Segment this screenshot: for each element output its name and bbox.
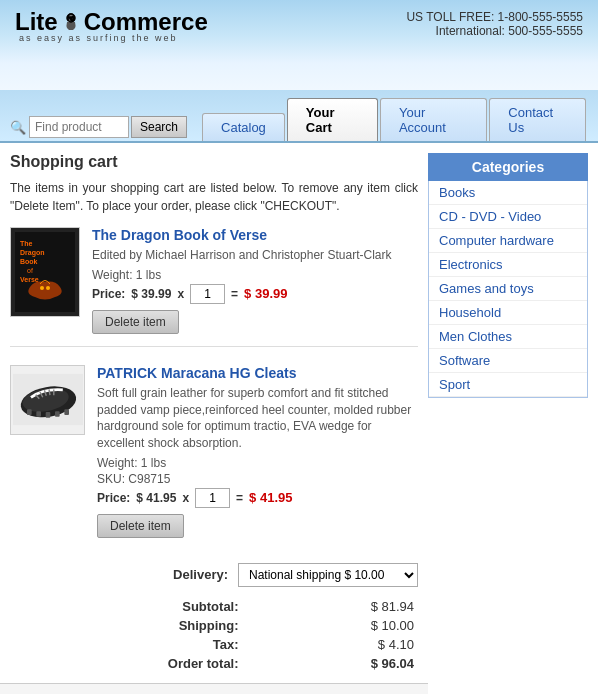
totals-table: Subtotal: $ 81.94 Shipping: $ 10.00 Tax:… [10, 597, 418, 673]
item-weight-1: Weight: 1 lbs [92, 268, 418, 282]
item-price-row-2: Price: $ 41.95 x = $ 41.95 [97, 488, 418, 508]
unit-price-2: $ 41.95 [136, 491, 176, 505]
categories-list: Books CD - DVD - Video Computer hardware… [428, 181, 588, 398]
equals-symbol-2: = [236, 491, 243, 505]
main-container: Shopping cart The items in your shopping… [0, 143, 598, 694]
svg-point-9 [40, 286, 44, 290]
item-sku-2: SKU: C98715 [97, 472, 418, 486]
sidebar-item-household[interactable]: Household [429, 301, 587, 325]
tax-val: $ 4.10 [247, 635, 418, 654]
item-details-1: The Dragon Book of Verse Edited by Micha… [92, 227, 418, 334]
tax-label: Tax: [10, 635, 247, 654]
svg-point-10 [46, 286, 50, 290]
svg-rect-16 [45, 412, 50, 418]
item-title-1: The Dragon Book of Verse [92, 227, 418, 243]
tab-catalog[interactable]: Catalog [202, 113, 285, 141]
equals-symbol-1: = [231, 287, 238, 301]
sidebar-item-electronics[interactable]: Electronics [429, 253, 587, 277]
search-icon: 🔍 [10, 120, 26, 135]
cart-title: Shopping cart [10, 153, 418, 171]
tab-contact-us[interactable]: Contact Us [489, 98, 586, 141]
cleats-svg [13, 372, 83, 427]
cart-item-2: PATRICK Maracana HG Cleats Soft full gra… [10, 365, 418, 538]
shipping-val: $ 10.00 [247, 616, 418, 635]
shipping-row: Shipping: $ 10.00 [10, 616, 418, 635]
book-cover-svg: The Dragon Book of Verse [15, 232, 75, 312]
delivery-select[interactable]: National shipping $ 10.00 [238, 563, 418, 587]
subtotal-label: Subtotal: [10, 597, 247, 616]
item-details-2: PATRICK Maracana HG Cleats Soft full gra… [97, 365, 418, 538]
item-weight-2: Weight: 1 lbs [97, 456, 418, 470]
tab-your-account[interactable]: Your Account [380, 98, 487, 141]
sidebar-item-software[interactable]: Software [429, 349, 587, 373]
search-button[interactable]: Search [131, 116, 187, 138]
sidebar-item-books[interactable]: Books [429, 181, 587, 205]
svg-text:of: of [27, 267, 33, 274]
logo-tagline: as easy as surfing the web [19, 34, 208, 43]
unit-price-1: $ 39.99 [131, 287, 171, 301]
delivery-section: Delivery: National shipping $ 10.00 Subt… [10, 553, 418, 673]
svg-rect-17 [55, 411, 60, 417]
delivery-label: Delivery: [173, 567, 228, 582]
sidebar-item-computer-hardware[interactable]: Computer hardware [429, 229, 587, 253]
sidebar-item-men-clothes[interactable]: Men Clothes [429, 325, 587, 349]
sidebar-item-sport[interactable]: Sport [429, 373, 587, 397]
phone-intl: International: 500-555-5555 [406, 24, 583, 38]
item-price-row-1: Price: $ 39.99 x = $ 39.99 [92, 284, 418, 304]
svg-text:Book: Book [20, 258, 38, 265]
search-area: 🔍 Search [10, 116, 187, 138]
delete-item-1[interactable]: Delete item [92, 310, 179, 334]
item-desc-1: Edited by Michael Harrison and Christoph… [92, 247, 418, 264]
delete-item-2[interactable]: Delete item [97, 514, 184, 538]
svg-text:The: The [20, 240, 33, 247]
order-total-val: $ 96.04 [247, 654, 418, 673]
header: Lite ☜ Commerce as easy as surfing the w… [0, 0, 598, 90]
quantity-input-2[interactable] [195, 488, 230, 508]
svg-text:Dragon: Dragon [20, 249, 45, 257]
order-total-label: Order total: [10, 654, 247, 673]
svg-text:Verse: Verse [20, 276, 39, 283]
subtotal-row: Subtotal: $ 81.94 [10, 597, 418, 616]
item-title-2: PATRICK Maracana HG Cleats [97, 365, 418, 381]
shipping-label: Shipping: [10, 616, 247, 635]
sidebar-item-cd-dvd[interactable]: CD - DVD - Video [429, 205, 587, 229]
sidebar-item-games-toys[interactable]: Games and toys [429, 277, 587, 301]
item-total-2: $ 41.95 [249, 490, 292, 505]
categories-title: Categories [428, 153, 588, 181]
tax-row: Tax: $ 4.10 [10, 635, 418, 654]
phone-info: US TOLL FREE: 1-800-555-5555 Internation… [406, 10, 583, 38]
search-input[interactable] [29, 116, 129, 138]
item-total-1: $ 39.99 [244, 286, 287, 301]
svg-text:☜: ☜ [68, 15, 74, 22]
item-image-book: The Dragon Book of Verse [10, 227, 80, 317]
action-row: Clear cart Update CHECKOUT [0, 683, 428, 694]
nav-bar: 🔍 Search Catalog Your Cart Your Account … [0, 90, 598, 143]
item-image-cleats [10, 365, 85, 435]
delivery-row: Delivery: National shipping $ 10.00 [10, 563, 418, 587]
quantity-input-1[interactable] [190, 284, 225, 304]
logo: Lite ☜ Commerce as easy as surfing the w… [15, 10, 208, 43]
content-area: Shopping cart The items in your shopping… [10, 153, 418, 694]
cart-intro: The items in your shopping cart are list… [10, 179, 418, 215]
svg-rect-18 [64, 410, 69, 416]
svg-rect-14 [27, 410, 32, 416]
phone-tollfree: US TOLL FREE: 1-800-555-5555 [406, 10, 583, 24]
order-total-row: Order total: $ 96.04 [10, 654, 418, 673]
price-label-1: Price: [92, 287, 125, 301]
sidebar: Categories Books CD - DVD - Video Comput… [428, 153, 588, 694]
hand-icon: ☜ [59, 10, 83, 34]
logo-commerce: Commerce [84, 10, 208, 34]
times-symbol-1: x [177, 287, 184, 301]
item-desc-2: Soft full grain leather for superb comfo… [97, 385, 418, 452]
logo-lite: Lite [15, 10, 58, 34]
nav-tabs: Catalog Your Cart Your Account Contact U… [202, 98, 588, 141]
times-symbol-2: x [182, 491, 189, 505]
svg-rect-15 [36, 411, 41, 417]
price-label-2: Price: [97, 491, 130, 505]
tab-your-cart[interactable]: Your Cart [287, 98, 378, 141]
subtotal-val: $ 81.94 [247, 597, 418, 616]
cart-item-1: The Dragon Book of Verse The Dragon Book… [10, 227, 418, 347]
